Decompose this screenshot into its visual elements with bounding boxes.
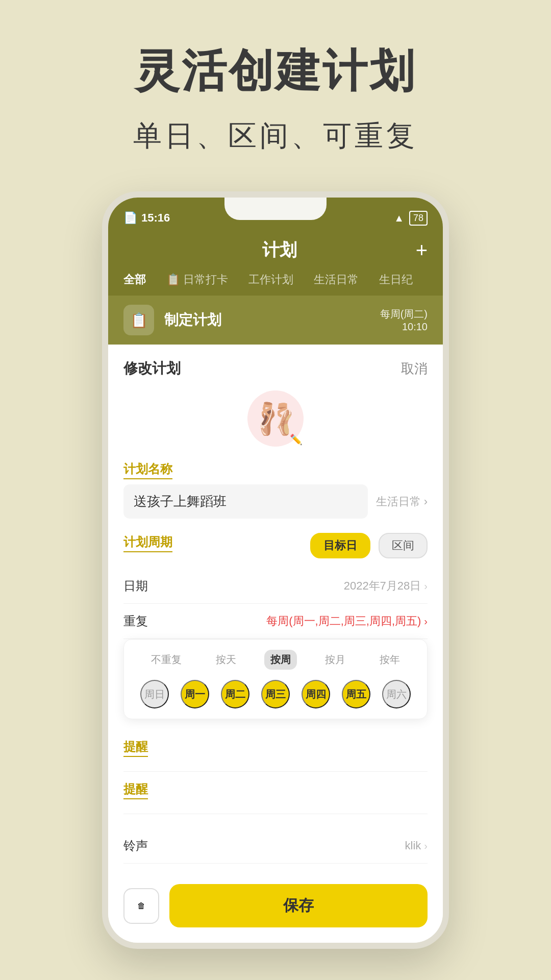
save-button[interactable]: 保存	[169, 884, 428, 927]
notch	[224, 198, 327, 220]
plan-name-row: 生活日常 ›	[123, 484, 428, 519]
plan-name-input[interactable]	[123, 484, 368, 519]
save-area: 🗑 保存	[108, 874, 443, 943]
plan-period-label: 计划周期	[123, 534, 172, 552]
period-row: 计划周期 目标日 区间	[123, 533, 428, 558]
reminder-row-2[interactable]: 提醒	[123, 772, 428, 814]
trash-icon: 🗑	[137, 901, 145, 911]
plan-item-icon: 📋	[123, 305, 154, 335]
bottom-section: 铃声 klik ›	[108, 828, 443, 874]
date-row[interactable]: 日期 2022年7月28日 ›	[123, 569, 428, 604]
weekday-row: 周日 周一 周二 周三 周四 周五 周六	[134, 680, 417, 708]
chevron-right-icon: ›	[424, 495, 428, 508]
app-header: 计划 +	[108, 238, 443, 270]
avatar-circle[interactable]: 🩰 ✏️	[247, 390, 304, 447]
plan-item-schedule: 每周(周二) 10:10	[380, 307, 428, 333]
weekday-thu[interactable]: 周四	[302, 680, 330, 708]
weekday-wed[interactable]: 周三	[261, 680, 290, 708]
delete-button[interactable]: 🗑	[123, 888, 159, 924]
plan-item-name: 制定计划	[164, 310, 370, 330]
tab-daily[interactable]: 📋 日常打卡	[161, 270, 233, 289]
weekday-fri[interactable]: 周五	[342, 680, 370, 708]
repeat-chevron-icon: ›	[424, 616, 428, 627]
repeat-label: 重复	[123, 613, 148, 629]
weekday-sat[interactable]: 周六	[382, 680, 411, 708]
reminder-label-2: 提醒	[123, 781, 148, 799]
wifi-icon: ▲	[394, 212, 404, 224]
battery-icon: 78	[409, 211, 428, 226]
date-value: 2022年7月28日 ›	[344, 578, 428, 594]
plan-name-section: 计划名称 生活日常 ›	[123, 461, 428, 519]
weekday-mon[interactable]: 周一	[181, 680, 209, 708]
status-time: 15:16	[141, 211, 170, 225]
add-button[interactable]: +	[416, 239, 428, 262]
avatar-section: 🩰 ✏️	[123, 390, 428, 447]
status-right: ▲ 78	[394, 211, 428, 226]
repeat-value: 每周(周一,周二,周三,周四,周五) ›	[266, 614, 428, 629]
ringtone-chevron-icon: ›	[424, 840, 428, 852]
plan-period-section: 计划周期 目标日 区间	[123, 533, 428, 558]
category-button[interactable]: 生活日常 ›	[376, 494, 428, 509]
ringtone-value: klik ›	[405, 839, 428, 852]
page-background: 灵活创建计划 单日、区间、可重复 📄 15:16 ▲ 78 计划 +	[0, 0, 551, 980]
ringtone-row[interactable]: 铃声 klik ›	[123, 828, 428, 864]
tab-daily-icon: 📋	[166, 273, 180, 286]
repeat-by-month-btn[interactable]: 按月	[319, 650, 352, 670]
cancel-button[interactable]: 取消	[401, 360, 428, 378]
phone-mockup: 📄 15:16 ▲ 78 计划 + 全部 📋 日常打卡 工作计划 生	[102, 191, 449, 949]
reminder-label-1: 提醒	[123, 739, 148, 757]
period-range-button[interactable]: 区间	[379, 533, 428, 558]
status-left: 📄 15:16	[123, 211, 170, 225]
ringtone-label: 铃声	[123, 838, 148, 854]
repeat-picker: 不重复 按天 按周 按月 按年 周日 周一 周二 周三 周四 周五 周六	[123, 639, 428, 719]
reminder-row-1[interactable]: 提醒	[123, 729, 428, 772]
form-title: 修改计划	[123, 359, 181, 378]
headline-title: 灵活创建计划	[135, 41, 416, 102]
tab-all[interactable]: 全部	[118, 270, 151, 289]
tab-birthday[interactable]: 生日纪	[374, 270, 418, 289]
weekday-sun[interactable]: 周日	[140, 680, 169, 708]
avatar-emoji: 🩰	[257, 401, 295, 437]
repeat-type-row: 不重复 按天 按周 按月 按年	[134, 650, 417, 670]
status-bar: 📄 15:16 ▲ 78	[108, 198, 443, 238]
repeat-by-week-btn[interactable]: 按周	[264, 650, 297, 670]
headline-subtitle: 单日、区间、可重复	[133, 117, 418, 156]
form-header: 修改计划 取消	[123, 359, 428, 378]
period-buttons: 目标日 区间	[310, 533, 428, 558]
period-target-day-button[interactable]: 目标日	[310, 533, 370, 558]
tab-work[interactable]: 工作计划	[243, 270, 298, 289]
date-label: 日期	[123, 578, 148, 594]
repeat-row[interactable]: 重复 每周(周一,周二,周三,周四,周五) ›	[123, 604, 428, 639]
app-title: 计划	[144, 238, 416, 262]
repeat-by-year-btn[interactable]: 按年	[373, 650, 406, 670]
date-chevron-icon: ›	[424, 580, 428, 592]
tab-bar: 全部 📋 日常打卡 工作计划 生活日常 生日纪	[108, 270, 443, 296]
weekday-tue[interactable]: 周二	[221, 680, 249, 708]
tab-life[interactable]: 生活日常	[309, 270, 364, 289]
plan-name-label: 计划名称	[123, 461, 172, 479]
plan-list-item[interactable]: 📋 制定计划 每周(周二) 10:10	[108, 296, 443, 345]
edit-avatar-icon: ✏️	[290, 433, 303, 446]
repeat-no-repeat-btn[interactable]: 不重复	[145, 650, 188, 670]
edit-form: 修改计划 取消 🩰 ✏️ 计划名称 生活日常 ›	[108, 345, 443, 828]
repeat-by-day-btn[interactable]: 按天	[210, 650, 242, 670]
document-status-icon: 📄	[123, 211, 137, 225]
